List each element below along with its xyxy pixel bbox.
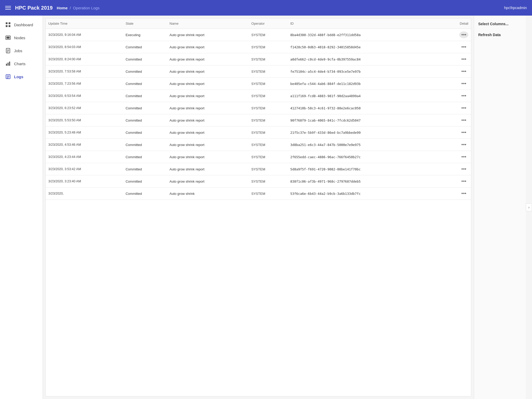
cell-update-time: 3/23/2020, bbox=[46, 188, 123, 200]
detail-dots-button[interactable]: ••• bbox=[459, 105, 468, 111]
cell-detail[interactable]: ••• bbox=[442, 29, 471, 41]
svg-rect-3 bbox=[9, 25, 10, 27]
cell-id: 3d8ba251-e6c3-44a7-847b-5000e7e9e975 bbox=[288, 139, 442, 151]
cell-detail[interactable]: ••• bbox=[442, 53, 471, 65]
cell-state: Committed bbox=[123, 151, 167, 163]
cell-operator: SYSTEM bbox=[249, 90, 288, 102]
cell-operator: SYSTEM bbox=[249, 163, 288, 175]
sidebar-item-dashboard[interactable]: Dashboard bbox=[0, 18, 43, 31]
detail-dots-button[interactable]: ••• bbox=[459, 141, 468, 148]
sidebar-item-jobs[interactable]: Jobs bbox=[0, 44, 43, 57]
table-row: 3/23/2020, 8:54:03 AM Committed Auto gro… bbox=[46, 41, 471, 53]
hamburger-menu[interactable] bbox=[5, 6, 11, 10]
detail-dots-button[interactable]: ••• bbox=[459, 190, 468, 197]
cell-detail[interactable]: ••• bbox=[442, 163, 471, 175]
cell-id: fe75104c-a5c4-4de4-b734-093ce5e7e97b bbox=[288, 65, 442, 78]
cell-state: Committed bbox=[123, 188, 167, 200]
detail-dots-button[interactable]: ••• bbox=[459, 68, 468, 75]
svg-rect-14 bbox=[7, 76, 9, 76]
sidebar-item-charts[interactable]: Charts bbox=[0, 57, 43, 70]
detail-dots-button[interactable]: ••• bbox=[459, 92, 468, 99]
col-id: ID bbox=[288, 18, 442, 29]
cell-detail[interactable]: ••• bbox=[442, 114, 471, 127]
sidebar-label-logs: Logs bbox=[14, 75, 23, 79]
breadcrumb-current: Operation Logs bbox=[73, 6, 100, 10]
table-row: 3/23/2020, 4:23:44 AM Committed Auto gro… bbox=[46, 151, 471, 163]
breadcrumb-sep: / bbox=[70, 6, 71, 10]
col-state: State bbox=[123, 18, 167, 29]
cell-operator: SYSTEM bbox=[249, 29, 288, 41]
detail-dots-button[interactable]: ••• bbox=[459, 44, 468, 50]
cell-id: a111f169-fcd8-4883-981f-90d2aa4899a4 bbox=[288, 90, 442, 102]
topbar: HPC Pack 2019 Home / Operation Logs hpc\… bbox=[0, 0, 532, 16]
breadcrumb: Home / Operation Logs bbox=[57, 6, 100, 10]
cell-update-time: 3/23/2020, 4:53:46 AM bbox=[46, 139, 123, 151]
cell-update-time: 3/23/2020, 7:23:56 AM bbox=[46, 78, 123, 90]
cell-detail[interactable]: ••• bbox=[442, 78, 471, 90]
cell-operator: SYSTEM bbox=[249, 53, 288, 65]
cell-name: Auto grow shrink report bbox=[167, 102, 249, 114]
svg-rect-9 bbox=[7, 52, 8, 52]
detail-dots-button[interactable]: ••• bbox=[459, 31, 468, 38]
table-row: 3/23/2020, 6:53:54 AM Committed Auto gro… bbox=[46, 90, 471, 102]
cell-id: 2f655edd-caec-4886-96ac-766f6450b27c bbox=[288, 151, 442, 163]
detail-dots-button[interactable]: ••• bbox=[459, 56, 468, 63]
cell-update-time: 3/23/2020, 8:24:00 AM bbox=[46, 53, 123, 65]
sidebar-item-nodes[interactable]: Nodes bbox=[0, 31, 43, 44]
detail-dots-button[interactable]: ••• bbox=[459, 166, 468, 172]
cell-detail[interactable]: ••• bbox=[442, 102, 471, 114]
table-row: 3/23/2020, 3:23:40 AM Committed Auto gro… bbox=[46, 175, 471, 188]
cell-id: 838f1c06-af3b-4971-968c-2797687ddeb5 bbox=[288, 175, 442, 188]
cell-name: Auto grow shrink report bbox=[167, 114, 249, 127]
cell-name: Auto grow shrink report bbox=[167, 90, 249, 102]
cell-detail[interactable]: ••• bbox=[442, 65, 471, 78]
sidebar-item-logs[interactable]: Logs bbox=[0, 70, 43, 83]
cell-id: 90f768f9-1cab-4065-841c-7fcdc62d5047 bbox=[288, 114, 442, 127]
cell-detail[interactable]: ••• bbox=[442, 188, 471, 200]
refresh-data-button[interactable]: Refresh Data bbox=[477, 31, 523, 39]
table-row: 3/23/2020, 4:53:46 AM Committed Auto gro… bbox=[46, 139, 471, 151]
cell-state: Committed bbox=[123, 65, 167, 78]
table-header-row: Update Time State Name Operator ID Detai… bbox=[46, 18, 471, 29]
svg-rect-5 bbox=[6, 37, 10, 39]
cell-detail[interactable]: ••• bbox=[442, 127, 471, 139]
cell-detail[interactable]: ••• bbox=[442, 151, 471, 163]
detail-dots-button[interactable]: ••• bbox=[459, 129, 468, 136]
select-columns-button[interactable]: Select Columns... bbox=[477, 20, 523, 28]
cell-name: Auto grow shrink report bbox=[167, 127, 249, 139]
detail-dots-button[interactable]: ••• bbox=[459, 117, 468, 124]
cell-name: Auto grow shrink report bbox=[167, 78, 249, 90]
cell-update-time: 3/23/2020, 7:53:58 AM bbox=[46, 65, 123, 78]
breadcrumb-home[interactable]: Home bbox=[57, 6, 68, 10]
col-detail: Detail bbox=[442, 18, 471, 29]
right-panel: Select Columns... Refresh Data bbox=[474, 16, 526, 399]
cell-state: Committed bbox=[123, 90, 167, 102]
cell-operator: SYSTEM bbox=[249, 102, 288, 114]
cell-detail[interactable]: ••• bbox=[442, 139, 471, 151]
cell-detail[interactable]: ••• bbox=[442, 41, 471, 53]
cell-update-time: 3/23/2020, 9:16:04 AM bbox=[46, 29, 123, 41]
cell-name: Auto grow shrink report bbox=[167, 163, 249, 175]
svg-rect-1 bbox=[9, 22, 10, 24]
charts-icon bbox=[5, 61, 11, 66]
table-row: 3/23/2020, 8:24:00 AM Committed Auto gro… bbox=[46, 53, 471, 65]
cell-detail[interactable]: ••• bbox=[442, 175, 471, 188]
logs-icon bbox=[5, 74, 11, 79]
nodes-icon bbox=[5, 35, 11, 41]
table-row: 3/23/2020, 7:53:58 AM Committed Auto gro… bbox=[46, 65, 471, 78]
detail-dots-button[interactable]: ••• bbox=[459, 154, 468, 160]
sidebar-label-dashboard: Dashboard bbox=[14, 23, 33, 27]
cell-update-time: 3/23/2020, 5:23:48 AM bbox=[46, 127, 123, 139]
cell-detail[interactable]: ••• bbox=[442, 90, 471, 102]
detail-dots-button[interactable]: ••• bbox=[459, 178, 468, 185]
detail-dots-button[interactable]: ••• bbox=[459, 80, 468, 87]
cell-update-time: 3/23/2020, 4:23:44 AM bbox=[46, 151, 123, 163]
scroll-toggle-arrow[interactable]: › bbox=[526, 203, 532, 211]
cell-operator: SYSTEM bbox=[249, 114, 288, 127]
svg-rect-2 bbox=[6, 25, 8, 27]
cell-id: 5d8a9f5f-f691-4720-9082-08be141f70bc bbox=[288, 163, 442, 175]
cell-operator: SYSTEM bbox=[249, 41, 288, 53]
table-row: 3/23/2020, 7:23:56 AM Committed Auto gro… bbox=[46, 78, 471, 90]
sidebar: Dashboard Nodes Jobs bbox=[0, 16, 43, 399]
svg-rect-0 bbox=[6, 22, 8, 24]
